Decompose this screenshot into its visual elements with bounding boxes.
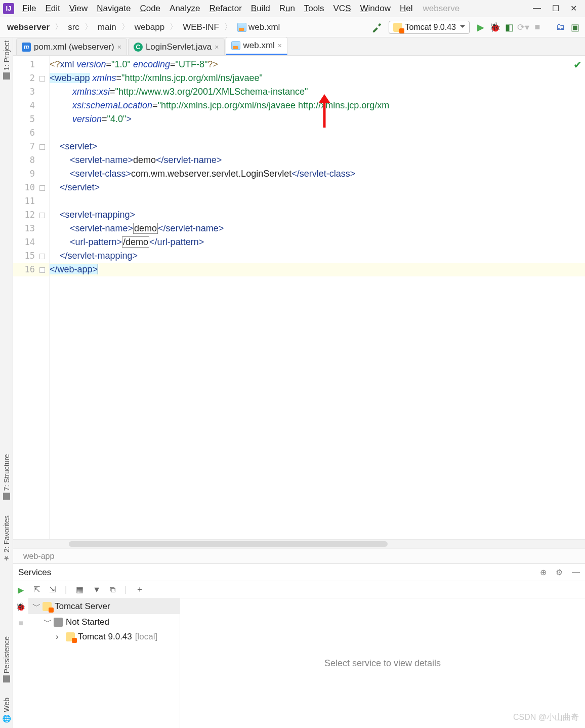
debug-button[interactable]: 🐞: [489, 21, 501, 33]
breadcrumb-file[interactable]: web.xml: [234, 21, 283, 33]
java-class-icon: C: [134, 43, 143, 52]
wrench-icon: [54, 618, 63, 627]
app-logo-icon: IJ: [3, 3, 14, 14]
breadcrumb-webapp[interactable]: webapp: [132, 21, 168, 33]
chevron-down-icon[interactable]: ﹀: [32, 600, 39, 612]
code-editor[interactable]: ✔ 12345678910111213141516 <?xml version=…: [13, 56, 585, 539]
inspection-ok-icon[interactable]: ✔: [573, 59, 582, 71]
menu-help[interactable]: Hel: [396, 2, 417, 16]
search-everywhere-icon[interactable]: ▣: [569, 21, 581, 33]
run-config-label: Tomcat 9.0.43: [405, 23, 456, 32]
tree-row-root[interactable]: ﹀ Tomcat Server: [28, 598, 180, 614]
services-detail: Select service to view details: [180, 598, 585, 728]
chevron-right-icon[interactable]: ›: [56, 632, 63, 642]
close-icon[interactable]: ×: [278, 42, 282, 50]
menu-refactor[interactable]: Refactor: [205, 2, 246, 16]
menu-file[interactable]: File: [18, 2, 40, 16]
menu-code[interactable]: Code: [136, 2, 164, 16]
menu-run[interactable]: Run: [275, 2, 299, 16]
close-icon[interactable]: ×: [215, 43, 219, 51]
settings-gear-icon[interactable]: ⚙: [556, 568, 563, 577]
tomcat-icon: [43, 602, 52, 611]
editor-content[interactable]: <?xml version="1.0" encoding="UTF-8"?><w…: [50, 56, 585, 539]
tool-web[interactable]: 🌐Web: [3, 698, 11, 723]
menu-search-hint[interactable]: webserve: [423, 4, 459, 14]
tree-label: Tomcat Server: [55, 601, 110, 612]
tab-loginservlet[interactable]: C LoginServlet.java ×: [128, 38, 225, 55]
collapse-all-icon[interactable]: ⇲: [49, 585, 56, 594]
folder-icon: [3, 72, 10, 79]
tab-label: pom.xml (webserver): [34, 42, 114, 52]
xml-file-icon: [237, 23, 246, 32]
editor-tabs: m pom.xml (webserver) × C LoginServlet.j…: [13, 37, 585, 56]
services-tree[interactable]: ﹀ Tomcat Server ﹀ Not Started ›: [28, 598, 180, 728]
locate-icon[interactable]: ⊕: [540, 568, 547, 577]
tool-favorites[interactable]: ★2: Favorites: [3, 515, 11, 562]
menu-build[interactable]: Build: [247, 2, 274, 16]
services-toolbar: ⇱ ⇲ | ▦ ▼ ⧉ | ＋: [28, 581, 585, 598]
profile-button[interactable]: ⟳▾: [517, 21, 529, 33]
tab-label: web.xml: [243, 41, 275, 51]
window-minimize-icon[interactable]: —: [533, 4, 541, 13]
left-tool-rail: 1: Project 7: Structure ★2: Favorites Pe…: [0, 37, 13, 728]
services-panel: Services ⊕ ⚙ — ▶ 🐞 ■ ⇱ ⇲ |: [13, 563, 585, 728]
tree-label: Tomcat 9.0.43: [78, 632, 132, 642]
tree-row-leaf[interactable]: › Tomcat 9.0.43 [local]: [28, 630, 180, 644]
expand-all-icon[interactable]: ⇱: [33, 585, 40, 594]
tab-webxml[interactable]: web.xml ×: [226, 37, 288, 55]
editor-gutter[interactable]: 12345678910111213141516: [13, 56, 50, 539]
menu-edit[interactable]: Edit: [41, 2, 64, 16]
hide-panel-icon[interactable]: —: [572, 568, 580, 577]
tool-structure[interactable]: 7: Structure: [3, 454, 11, 500]
update-project-icon[interactable]: 🗂: [555, 21, 567, 33]
tomcat-icon: [393, 23, 402, 32]
run-button[interactable]: ▶: [475, 21, 487, 33]
breadcrumb-file-label: web.xml: [248, 22, 280, 32]
tree-suffix: [local]: [135, 632, 157, 642]
persistence-icon: [3, 675, 10, 682]
chevron-down-icon[interactable]: ﹀: [44, 616, 51, 628]
menu-analyze[interactable]: Analyze: [165, 2, 204, 16]
services-title: Services: [18, 568, 51, 578]
tab-pom[interactable]: m pom.xml (webserver) ×: [16, 38, 127, 55]
group-icon[interactable]: ▦: [76, 585, 83, 594]
maven-icon: m: [22, 43, 31, 52]
layout-icon[interactable]: ⧉: [110, 585, 115, 594]
watermark: CSDN @小山曲奇: [513, 712, 579, 723]
stop-button[interactable]: ■: [531, 21, 544, 33]
services-run-rail: ▶ 🐞 ■: [13, 581, 28, 728]
breadcrumb-src[interactable]: src: [65, 21, 82, 33]
run-config-selector[interactable]: Tomcat 9.0.43: [389, 21, 470, 34]
menu-window[interactable]: Window: [356, 2, 395, 16]
tool-project[interactable]: 1: Project: [3, 41, 11, 79]
menu-navigate[interactable]: Navigate: [93, 2, 135, 16]
breadcrumb-sep: 〉: [55, 22, 63, 32]
run-icon[interactable]: ▶: [18, 585, 24, 595]
breadcrumb-main[interactable]: main: [95, 21, 119, 33]
menu-view[interactable]: View: [65, 2, 92, 16]
breadcrumb-project[interactable]: webserver: [4, 21, 53, 33]
breadcrumb-webinf[interactable]: WEB-INF: [180, 21, 222, 33]
build-hammer-icon[interactable]: [371, 21, 384, 33]
tree-label: Not Started: [66, 617, 109, 627]
tab-label: LoginServlet.java: [146, 42, 212, 52]
tree-row-status[interactable]: ﹀ Not Started: [28, 614, 180, 630]
menu-tools[interactable]: Tools: [300, 2, 328, 16]
tomcat-icon: [66, 632, 75, 641]
menu-bar: IJ File Edit View Navigate Code Analyze …: [0, 0, 585, 17]
editor-breadcrumb[interactable]: web-app: [13, 548, 585, 563]
stop-icon[interactable]: ■: [18, 619, 23, 628]
xml-file-icon: [231, 41, 240, 50]
close-icon[interactable]: ×: [117, 43, 121, 51]
structure-icon: [3, 493, 10, 500]
tool-persistence[interactable]: Persistence: [3, 636, 11, 682]
menu-vcs[interactable]: VCS: [329, 2, 355, 16]
navigation-toolbar: webserver 〉 src 〉 main 〉 webapp 〉 WEB-IN…: [0, 17, 585, 37]
window-maximize-icon[interactable]: ☐: [552, 4, 559, 13]
add-service-icon[interactable]: ＋: [136, 584, 144, 595]
editor-horizontal-scrollbar[interactable]: [13, 539, 585, 548]
debug-icon[interactable]: 🐞: [16, 602, 26, 612]
filter-icon[interactable]: ▼: [93, 585, 101, 594]
coverage-button[interactable]: ◧: [503, 21, 515, 33]
window-close-icon[interactable]: ✕: [570, 4, 577, 13]
